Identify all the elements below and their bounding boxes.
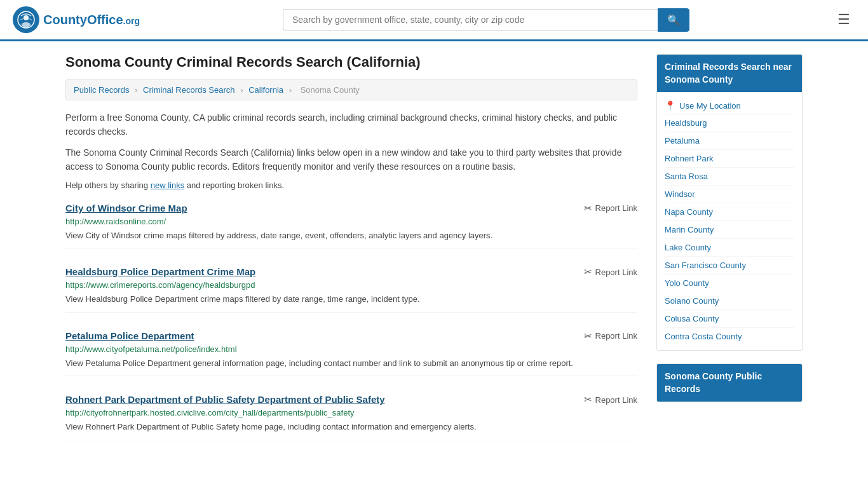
report-link-label: Report Link — [595, 331, 637, 341]
help-text-suffix: and reporting broken links. — [187, 180, 284, 190]
result-url[interactable]: http://www.raidsonline.com/ — [65, 217, 637, 226]
sidebar-links-container: HealdsburgPetalumaRohnert ParkSanta Rosa… — [665, 114, 794, 345]
results-container: City of Windsor Crime Map ✂ Report Link … — [65, 203, 637, 440]
breadcrumb-public-records[interactable]: Public Records — [74, 85, 129, 95]
use-my-location-row: 📍 Use My Location — [665, 97, 794, 114]
result-url[interactable]: http://cityofrohnertpark.hosted.civicliv… — [65, 408, 637, 417]
breadcrumb-criminal-records[interactable]: Criminal Records Search — [143, 85, 235, 95]
intro-paragraph-1: Perform a free Sonoma County, CA public … — [65, 111, 637, 139]
result-item: Rohnert Park Department of Public Safety… — [65, 394, 637, 440]
content-area: Sonoma County Criminal Records Search (C… — [65, 54, 637, 458]
sidebar-section-header: Criminal Records Search near Sonoma Coun… — [657, 55, 802, 92]
result-url[interactable]: https://www.crimereports.com/agency/heal… — [65, 280, 637, 290]
svg-point-1 — [24, 15, 29, 20]
sidebar-county-link[interactable]: Napa County — [665, 203, 794, 221]
result-header: Healdsburg Police Department Crime Map ✂… — [65, 266, 637, 278]
breadcrumb: Public Records › Criminal Records Search… — [65, 79, 637, 100]
location-pin-icon: 📍 — [665, 100, 675, 111]
result-header: City of Windsor Crime Map ✂ Report Link — [65, 203, 637, 214]
help-text-prefix: Help others by sharing — [65, 180, 148, 190]
sidebar-county-link[interactable]: Colusa County — [665, 310, 794, 328]
scissors-icon: ✂ — [584, 266, 592, 278]
criminal-records-sidebar-section: Criminal Records Search near Sonoma Coun… — [656, 54, 803, 351]
sidebar: Criminal Records Search near Sonoma Coun… — [656, 54, 803, 458]
scissors-icon: ✂ — [584, 330, 592, 342]
result-header: Petaluma Police Department ✂ Report Link — [65, 330, 637, 342]
sidebar-county-link[interactable]: Contra Costa County — [665, 328, 794, 345]
result-title-link[interactable]: City of Windsor Crime Map — [65, 203, 187, 214]
result-url[interactable]: http://www.cityofpetaluma.net/police/ind… — [65, 344, 637, 354]
breadcrumb-california[interactable]: California — [248, 85, 283, 95]
main-container: Sonoma County Criminal Records Search (C… — [53, 41, 815, 471]
result-description: View City of Windsor crime maps filtered… — [65, 229, 637, 242]
scissors-icon: ✂ — [584, 203, 592, 214]
result-header: Rohnert Park Department of Public Safety… — [65, 394, 637, 405]
menu-button[interactable]: ☰ — [832, 9, 855, 30]
search-icon: 🔍 — [667, 15, 680, 25]
sidebar-county-link[interactable]: Rohnert Park — [665, 150, 794, 168]
svg-point-2 — [22, 22, 31, 27]
search-button[interactable]: 🔍 — [658, 8, 689, 32]
logo-text: CountyOffice.org — [43, 13, 140, 27]
sidebar-county-link[interactable]: Lake County — [665, 239, 794, 257]
page-title: Sonoma County Criminal Records Search (C… — [65, 54, 637, 71]
sidebar-county-link[interactable]: Solano County — [665, 292, 794, 310]
sidebar-county-link[interactable]: Yolo County — [665, 274, 794, 292]
logo-svg — [17, 11, 35, 29]
result-title-link[interactable]: Healdsburg Police Department Crime Map — [65, 266, 255, 277]
scissors-icon: ✂ — [584, 394, 592, 405]
sidebar-county-link[interactable]: San Francisco County — [665, 257, 794, 274]
new-links-link[interactable]: new links — [151, 180, 184, 190]
site-header: CountyOffice.org 🔍 ☰ — [0, 0, 868, 41]
report-link-button[interactable]: ✂ Report Link — [584, 330, 637, 342]
search-input[interactable] — [283, 9, 658, 30]
public-records-sidebar-header: Sonoma County Public Records — [657, 364, 802, 402]
result-description: View Rohnert Park Department of Public S… — [65, 421, 637, 433]
logo-brand-text: CountyOffice — [43, 13, 123, 27]
result-item: City of Windsor Crime Map ✂ Report Link … — [65, 203, 637, 249]
sidebar-body: 📍 Use My Location HealdsburgPetalumaRohn… — [657, 92, 802, 350]
breadcrumb-sep-3: › — [289, 85, 292, 95]
sidebar-county-link[interactable]: Santa Rosa — [665, 168, 794, 186]
result-description: View Healdsburg Police Department crime … — [65, 293, 637, 306]
sidebar-county-link[interactable]: Petaluma — [665, 132, 794, 150]
report-link-label: Report Link — [595, 268, 637, 277]
intro-paragraph-2: The Sonoma County Criminal Records Searc… — [65, 146, 637, 174]
breadcrumb-county: Sonoma County — [301, 85, 360, 95]
report-link-button[interactable]: ✂ Report Link — [584, 266, 637, 278]
logo-area[interactable]: CountyOffice.org — [13, 6, 140, 33]
result-item: Petaluma Police Department ✂ Report Link… — [65, 330, 637, 377]
report-link-label: Report Link — [595, 395, 637, 405]
result-title-link[interactable]: Rohnert Park Department of Public Safety… — [65, 394, 385, 405]
report-link-button[interactable]: ✂ Report Link — [584, 394, 637, 405]
search-area: 🔍 — [283, 8, 689, 32]
sidebar-county-link[interactable]: Windsor — [665, 186, 794, 203]
logo-org-text: .org — [123, 16, 140, 26]
breadcrumb-sep-2: › — [240, 85, 243, 95]
report-link-label: Report Link — [595, 203, 637, 213]
logo-icon — [13, 6, 39, 33]
result-description: View Petaluma Police Department general … — [65, 357, 637, 370]
sidebar-county-link[interactable]: Healdsburg — [665, 114, 794, 132]
breadcrumb-sep-1: › — [135, 85, 137, 95]
sidebar-county-link[interactable]: Marin County — [665, 221, 794, 239]
hamburger-icon: ☰ — [837, 11, 850, 27]
result-title-link[interactable]: Petaluma Police Department — [65, 330, 194, 341]
use-my-location-link[interactable]: Use My Location — [679, 101, 741, 111]
public-records-sidebar-section: Sonoma County Public Records — [656, 363, 803, 402]
result-item: Healdsburg Police Department Crime Map ✂… — [65, 266, 637, 313]
report-link-button[interactable]: ✂ Report Link — [584, 203, 637, 214]
help-text: Help others by sharing new links and rep… — [65, 180, 637, 190]
